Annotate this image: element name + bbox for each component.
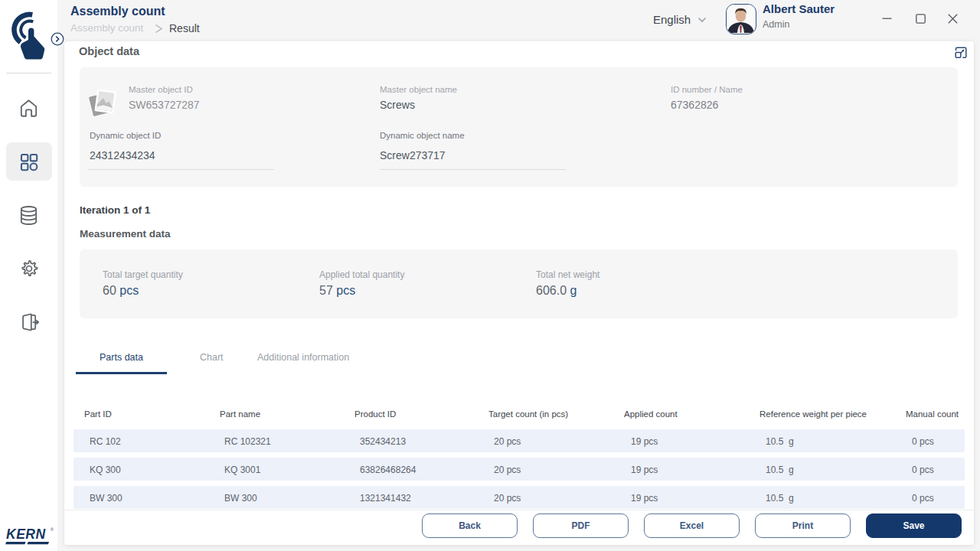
svg-text:KERN: KERN <box>6 527 46 542</box>
svg-text:®: ® <box>51 527 54 532</box>
